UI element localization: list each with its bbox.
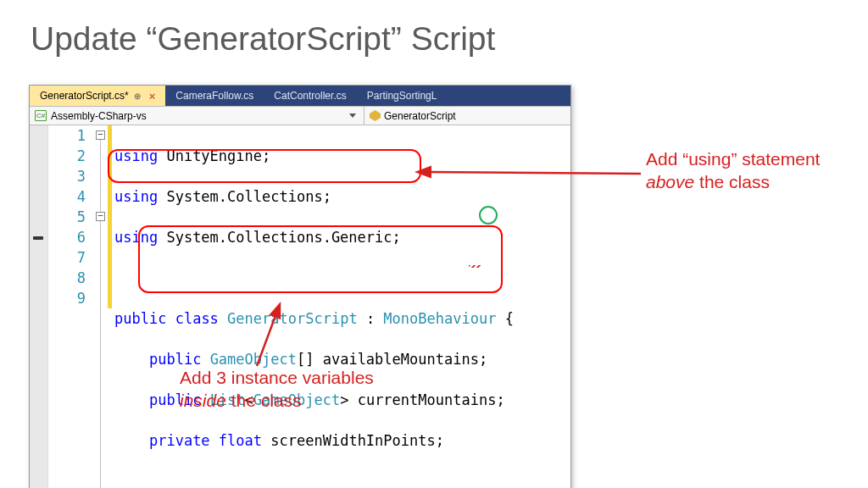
code-token: UnityEngine;	[158, 147, 270, 164]
code-editor: GeneratorScript.cs* ⊕ × CameraFollow.cs …	[29, 85, 571, 488]
annotation-text-em: inside	[180, 391, 226, 410]
code-text[interactable]: using UnityEngine; using System.Collecti…	[113, 125, 570, 488]
annotation-text: the class	[226, 391, 302, 410]
type-name: GeneratorScript	[227, 310, 358, 327]
chevron-down-icon	[349, 114, 356, 118]
code-token: System.Collections;	[158, 188, 331, 205]
tab-partingsorting[interactable]: PartingSortingL	[357, 86, 448, 106]
keyword: public	[114, 310, 166, 327]
code-token: System.Collections.Generic;	[158, 229, 401, 246]
assembly-dropdown[interactable]: C#Assembly-CSharp-vs	[30, 107, 364, 125]
line-number: 7	[48, 247, 86, 268]
line-number: 2	[48, 146, 86, 166]
code-token: :	[358, 310, 384, 327]
annotation-text: Add “using” statement	[646, 149, 820, 169]
tab-bar: GeneratorScript.cs* ⊕ × CameraFollow.cs …	[30, 86, 570, 106]
keyword: private	[149, 432, 210, 449]
code-token: screenWidthInPoints;	[262, 432, 444, 449]
code-token: [] availableMountains;	[297, 351, 487, 368]
tab-catcontroller[interactable]: CatController.cs	[264, 86, 356, 106]
line-number: 4	[48, 186, 86, 207]
breakpoint-marker[interactable]	[33, 236, 43, 240]
code-token: {	[496, 310, 513, 327]
pin-icon[interactable]: ⊕	[134, 92, 141, 101]
collapse-icon[interactable]: −	[96, 212, 105, 221]
keyword: using	[114, 188, 158, 205]
line-number: 6	[48, 227, 86, 247]
slide-title: Update “GeneratorScript” Script	[31, 20, 868, 58]
keyword: float	[219, 432, 262, 449]
navigation-bar: C#Assembly-CSharp-vs GeneratorScript	[30, 106, 570, 125]
outline-gutter[interactable]: − −	[92, 125, 108, 488]
keyword: using	[114, 229, 158, 246]
line-number-gutter: 1 2 3 4 5 6 7 8 9	[48, 125, 92, 488]
csharp-icon: C#	[35, 110, 47, 121]
class-label: GeneratorScript	[384, 110, 456, 122]
assembly-label: Assembly-CSharp-vs	[51, 110, 147, 122]
line-number: 5	[48, 207, 86, 227]
keyword: public	[149, 351, 201, 368]
tab-camerafollow[interactable]: CameraFollow.cs	[165, 86, 264, 106]
class-dropdown[interactable]: GeneratorScript	[364, 107, 461, 125]
annotation-text: Add 3 instance variables	[180, 368, 374, 387]
annotation-using: Add “using” statement above the class	[646, 147, 820, 194]
class-icon	[370, 110, 381, 121]
error-squiggle	[469, 265, 481, 268]
tab-label: GeneratorScript.cs*	[40, 90, 129, 102]
annotation-text: the class	[694, 172, 770, 191]
breakpoint-gutter[interactable]	[30, 125, 48, 488]
annotation-variables: Add 3 instance variables inside the clas…	[180, 366, 374, 413]
callout-circle-brace	[479, 206, 498, 225]
close-icon[interactable]: ×	[149, 90, 156, 103]
keyword: using	[114, 147, 158, 164]
type-name: MonoBehaviour	[383, 310, 496, 327]
line-number: 8	[48, 268, 86, 288]
line-number: 3	[48, 166, 86, 186]
collapse-icon[interactable]: −	[96, 130, 105, 140]
keyword: class	[175, 310, 219, 327]
type-name: GameObject	[210, 351, 297, 368]
line-number: 1	[48, 125, 86, 146]
annotation-text-em: above	[646, 172, 694, 191]
line-number: 9	[48, 288, 86, 308]
tab-active[interactable]: GeneratorScript.cs* ⊕ ×	[30, 86, 165, 106]
code-area: 1 2 3 4 5 6 7 8 9 − − using UnityEngine;…	[30, 125, 570, 488]
change-bar	[108, 125, 112, 308]
